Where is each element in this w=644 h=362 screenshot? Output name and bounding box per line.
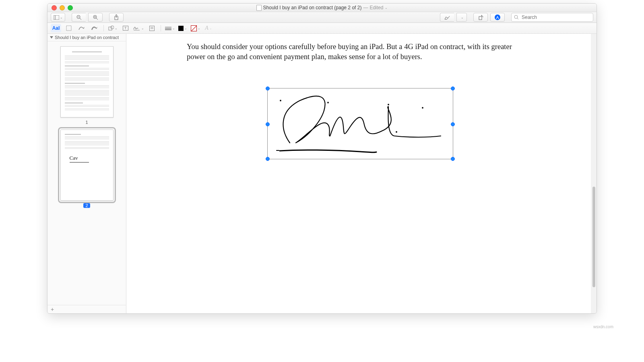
- sidebar-view-button[interactable]: ⌄: [51, 13, 65, 22]
- border-style-button[interactable]: ⌄: [165, 24, 175, 32]
- share-icon: [114, 14, 119, 20]
- annotation-toolbar: AaI ⌄ T ⌄ ⌄ ⌄: [47, 23, 597, 34]
- zoom-in-button[interactable]: [88, 13, 103, 22]
- line-weight-icon: [165, 26, 171, 30]
- svg-rect-0: [54, 15, 59, 20]
- titlebar: Should I buy an iPad on contract (page 2…: [47, 4, 597, 12]
- svg-rect-13: [479, 16, 482, 20]
- chevron-down-icon: ⌄: [198, 27, 200, 30]
- signature-line-mini: [70, 162, 89, 162]
- svg-text:T: T: [124, 26, 127, 30]
- text-box-icon: T: [123, 26, 128, 31]
- add-page-button[interactable]: +: [51, 306, 54, 313]
- search-icon: [514, 15, 519, 20]
- highlight-button[interactable]: [440, 13, 454, 22]
- highlight-menu-button[interactable]: ⌄: [456, 13, 467, 22]
- rotate-button[interactable]: [473, 13, 488, 22]
- svg-point-20: [111, 26, 114, 29]
- svg-point-31: [388, 104, 389, 105]
- svg-point-14: [514, 15, 518, 19]
- resize-handle[interactable]: [266, 157, 270, 161]
- outline-title: Should I buy an iPad on contract: [55, 35, 119, 40]
- markup-icon: [495, 14, 500, 20]
- svg-point-34: [280, 100, 281, 101]
- markup-toggle-button[interactable]: [490, 13, 505, 22]
- fullscreen-window-button[interactable]: [68, 5, 73, 10]
- draw-icon: [91, 26, 98, 31]
- font-style-button[interactable]: A ⌄: [203, 24, 214, 32]
- fill-color-button[interactable]: ⌄: [190, 24, 201, 32]
- sign-button[interactable]: ⌄: [133, 24, 144, 32]
- font-icon: A: [205, 25, 208, 31]
- signature-icon: [133, 25, 140, 31]
- svg-marker-11: [445, 17, 448, 19]
- border-color-button[interactable]: ⌄: [178, 24, 188, 32]
- search-input[interactable]: [521, 14, 590, 21]
- signature-mini-icon: Cav: [70, 155, 78, 161]
- marker-icon: [444, 15, 450, 20]
- signature-annotation[interactable]: [267, 88, 453, 159]
- shapes-icon: [108, 25, 114, 31]
- chevron-down-icon: ⌄: [60, 16, 63, 19]
- main-toolbar: ⌄ ⌄: [47, 12, 597, 23]
- resize-handle[interactable]: [451, 157, 455, 161]
- page-thumbnail-2[interactable]: Cav: [60, 130, 114, 201]
- svg-line-12: [448, 16, 450, 18]
- sketch-tool-button[interactable]: [76, 24, 87, 32]
- scroll-thumb[interactable]: [592, 187, 595, 287]
- svg-point-32: [422, 107, 423, 108]
- svg-point-33: [396, 132, 397, 132]
- shapes-button[interactable]: ⌄: [107, 24, 118, 32]
- svg-line-15: [517, 18, 518, 19]
- zoom-in-icon: [93, 15, 98, 20]
- watermark: wsxdn.com: [593, 325, 613, 329]
- note-icon: [149, 26, 155, 31]
- svg-rect-16: [66, 26, 71, 31]
- thumbnails-sidebar: Should I buy an iPad on contract: [47, 34, 126, 313]
- share-button[interactable]: [109, 13, 124, 22]
- page-thumbnail-1[interactable]: [60, 46, 114, 117]
- svg-marker-17: [83, 27, 85, 29]
- chevron-down-icon: ⌄: [461, 16, 464, 19]
- document-canvas[interactable]: You should consider your options careful…: [126, 34, 597, 313]
- svg-line-6: [96, 18, 98, 20]
- zoom-out-button[interactable]: [72, 13, 86, 22]
- text-style-label: AaI: [52, 25, 60, 31]
- color-swatch-black: [178, 26, 184, 31]
- search-field[interactable]: [511, 13, 593, 22]
- chevron-down-icon: ⌄: [172, 27, 175, 30]
- document-page: You should consider your options careful…: [126, 34, 591, 313]
- minimize-window-button[interactable]: [60, 5, 65, 10]
- signature-glyph: [268, 88, 453, 159]
- body-paragraph: You should consider your options careful…: [187, 42, 526, 62]
- chevron-down-icon: ⌄: [184, 27, 187, 30]
- title-dropdown-icon[interactable]: ⌄: [385, 6, 388, 10]
- chevron-down-icon: ⌄: [141, 27, 144, 30]
- chevron-down-icon: ⌄: [209, 27, 212, 30]
- color-swatch-outline: [191, 25, 197, 31]
- zoom-out-icon: [76, 15, 82, 20]
- resize-handle[interactable]: [451, 86, 455, 90]
- doc-icon: [256, 5, 262, 11]
- text-style-button[interactable]: AaI: [51, 24, 61, 32]
- divider: [161, 25, 161, 31]
- note-button[interactable]: [147, 24, 157, 32]
- chevron-down-icon: ⌄: [115, 27, 118, 30]
- page-number-2: 2: [83, 203, 90, 208]
- disclosure-triangle-icon: [50, 36, 53, 39]
- sketch-icon: [78, 26, 85, 31]
- title-separator: —: [363, 5, 368, 10]
- resize-handle[interactable]: [266, 86, 270, 90]
- close-window-button[interactable]: [52, 5, 57, 10]
- resize-handle[interactable]: [266, 122, 270, 126]
- draw-tool-button[interactable]: [89, 24, 100, 32]
- vertical-scrollbar[interactable]: [592, 34, 596, 313]
- preview-window: Should I buy an iPad on contract (page 2…: [47, 3, 597, 314]
- selection-tool-button[interactable]: [64, 24, 74, 32]
- window-title: Should I buy an iPad on contract (page 2…: [263, 5, 362, 10]
- svg-point-30: [328, 102, 328, 103]
- text-box-button[interactable]: T: [120, 24, 131, 32]
- resize-handle[interactable]: [451, 122, 455, 126]
- sidebar-icon: [54, 15, 59, 20]
- outline-header[interactable]: Should I buy an iPad on contract: [47, 34, 126, 41]
